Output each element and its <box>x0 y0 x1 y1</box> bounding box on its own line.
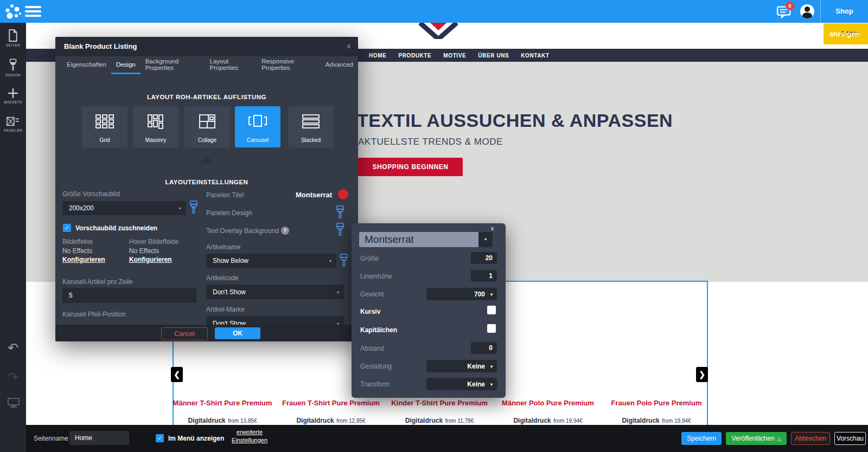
device-preview-icon[interactable] <box>8 398 20 408</box>
tab-eigenschaften[interactable]: Eigenschaften <box>62 56 111 74</box>
nav-link-produkte[interactable]: PRODUKTE <box>398 53 431 59</box>
weight-select[interactable]: 700 ▾ <box>426 288 497 300</box>
product-name-link[interactable]: Kinder T-Shirt Pure Premium <box>380 399 499 407</box>
hover-effects-value: No Effects <box>129 247 159 255</box>
sidebar-item-design[interactable]: DESIGN <box>0 59 26 77</box>
brush-icon[interactable] <box>190 201 197 215</box>
configure-hover-effects-link[interactable]: Konfigurieren <box>129 256 172 263</box>
sidebar-item-panelen[interactable]: PANELEN <box>0 116 26 132</box>
panels-icon <box>7 116 20 127</box>
print-method: Digitaldruck <box>296 417 334 424</box>
italic-checkbox[interactable] <box>487 306 496 314</box>
brush-icon[interactable] <box>336 223 344 237</box>
product-price: Digitaldruck from 12,85€ <box>271 415 391 425</box>
transform-value: Keine <box>467 380 485 388</box>
sidebar-label: SEITEN <box>0 43 26 47</box>
sidebar-item-widgets[interactable]: WIDGETS <box>0 88 26 104</box>
transform-select[interactable]: Keine ▾ <box>426 378 497 390</box>
show-in-menu-checkbox[interactable]: ✓ <box>156 434 164 442</box>
configure-effects-link[interactable]: Konfigurieren <box>62 256 105 263</box>
tab-background-properties[interactable]: Background Properties <box>141 56 205 74</box>
lineheight-label: Linienhöhe <box>360 273 392 280</box>
layout-settings-title: LAYOUTEINSTELLUNGEN <box>55 179 358 185</box>
user-avatar[interactable] <box>800 4 814 18</box>
size-input[interactable] <box>471 252 497 264</box>
panel-title-font-value[interactable]: Montserrat <box>296 191 332 199</box>
layout-option-label: Stacked <box>288 137 334 143</box>
price-from: from 19,94€ <box>553 418 582 424</box>
preview-button[interactable]: Vorschau <box>834 432 866 445</box>
nav-link-motive[interactable]: MOTIVE <box>443 53 466 59</box>
article-code-value: Don't Show <box>213 288 246 296</box>
carousel-next-button[interactable]: ❯ <box>696 367 708 382</box>
spacing-input[interactable] <box>471 342 497 354</box>
brush-icon[interactable] <box>340 254 348 268</box>
lineheight-input[interactable] <box>471 270 497 282</box>
article-name-select[interactable]: Show Below ▾ <box>206 254 336 268</box>
smallcaps-checkbox[interactable] <box>487 324 496 333</box>
crop-checkbox[interactable]: ✓ <box>63 224 71 232</box>
carousel-prev-button[interactable]: ❮ <box>171 367 183 382</box>
close-icon[interactable]: x <box>347 42 350 50</box>
print-method: Digitaldruck <box>188 417 225 424</box>
advanced-settings-link[interactable]: erweiterte Einstellungen <box>220 428 279 444</box>
abort-button[interactable]: Abbrechen <box>791 432 830 445</box>
bottom-action-bar: Seitenname ✓ Im Menü anzeigen erweiterte… <box>0 425 868 452</box>
top-admin-bar: 0 Shop anzeigen <box>0 0 868 23</box>
notification-badge: 0 <box>786 2 794 10</box>
hamburger-menu-icon[interactable] <box>25 6 41 17</box>
transform-label: Transform <box>360 380 390 388</box>
product-name-link[interactable]: Frauen Polo Pure Premium <box>597 399 716 407</box>
decoration-select[interactable]: Keine ▾ <box>426 360 497 372</box>
font-family-select[interactable]: Montserrat <box>359 232 478 247</box>
decoration-value: Keine <box>467 363 485 370</box>
preview-size-select[interactable]: 200x200 ▾ <box>62 201 186 215</box>
print-method: Digitaldruck <box>405 417 443 424</box>
tab-responsive-properties[interactable]: Responsive Properties <box>257 56 321 74</box>
layout-option-masonry[interactable]: Masonry <box>133 106 178 147</box>
app-logo-icon[interactable] <box>4 3 23 20</box>
caret-down-icon: ▾ <box>179 206 181 211</box>
items-per-row-label: Karusell Artikel pro Zeile <box>62 278 132 286</box>
shopping-cta-button[interactable]: SHOPPING BEGINNEN <box>358 158 463 176</box>
article-code-select[interactable]: Don't Show ▾ <box>206 285 344 299</box>
tab-design[interactable]: Design <box>111 56 141 74</box>
product-name-link[interactable]: Männer Polo Pure Premium <box>488 399 608 407</box>
weight-label: Gewicht <box>360 290 384 298</box>
page-name-input[interactable] <box>69 431 129 445</box>
layout-option-stacked[interactable]: Stacked <box>288 106 334 147</box>
brush-icon[interactable] <box>336 205 344 219</box>
layout-option-grid[interactable]: Grid <box>82 106 127 147</box>
tab-advanced[interactable]: Advanced <box>321 56 358 74</box>
product-name-link[interactable]: Frauen T-Shirt Pure Premium <box>271 399 391 407</box>
layout-option-collage[interactable]: Collage <box>184 106 230 147</box>
redo-icon[interactable]: ↷ <box>0 371 26 384</box>
modal-header: Blank Product Listing x <box>55 37 358 56</box>
layout-option-carousel[interactable]: Carousel <box>235 106 280 147</box>
ok-button[interactable]: OK <box>215 327 260 339</box>
sidebar-label: DESIGN <box>0 73 26 77</box>
font-color-swatch[interactable] <box>338 189 348 199</box>
font-family-dropdown-button[interactable]: ▾ <box>478 232 493 247</box>
sidebar-item-seiten[interactable]: SEITEN <box>0 29 26 47</box>
items-per-row-input[interactable] <box>62 288 196 303</box>
undo-icon[interactable]: ↶ <box>0 341 26 354</box>
arrow-position-label: Karusell Pfeil-Position <box>62 311 126 318</box>
nav-link-kontakt[interactable]: KONTAKT <box>521 53 549 59</box>
publish-arrow-icon: △ <box>777 436 781 442</box>
publish-button[interactable]: Veröffentlichen△ <box>726 432 787 445</box>
product-name-link[interactable]: Männer T-Shirt Pure Premium <box>163 399 282 407</box>
tab-layout-properties[interactable]: Layout Properties <box>205 56 257 74</box>
layout-option-label: Carousel <box>235 137 280 143</box>
view-shop-link[interactable]: Shop anzeigen <box>821 0 868 23</box>
cancel-button[interactable]: Cancel <box>161 327 208 340</box>
hero-title: TEXTIL AUSSUCHEN & ANPASSEN <box>357 110 673 131</box>
site-logo[interactable] <box>419 23 458 39</box>
nav-link-home[interactable]: HOME <box>369 53 386 59</box>
close-icon[interactable]: x <box>491 225 494 231</box>
sidebar-label: WIDGETS <box>0 100 26 104</box>
save-button[interactable]: Speichern <box>681 432 722 445</box>
image-effects-value: No Effects <box>62 247 92 255</box>
product-price: Digitaldruck from 19,94€ <box>597 415 716 425</box>
nav-link-ueber-uns[interactable]: ÜBER UNS <box>478 53 509 59</box>
